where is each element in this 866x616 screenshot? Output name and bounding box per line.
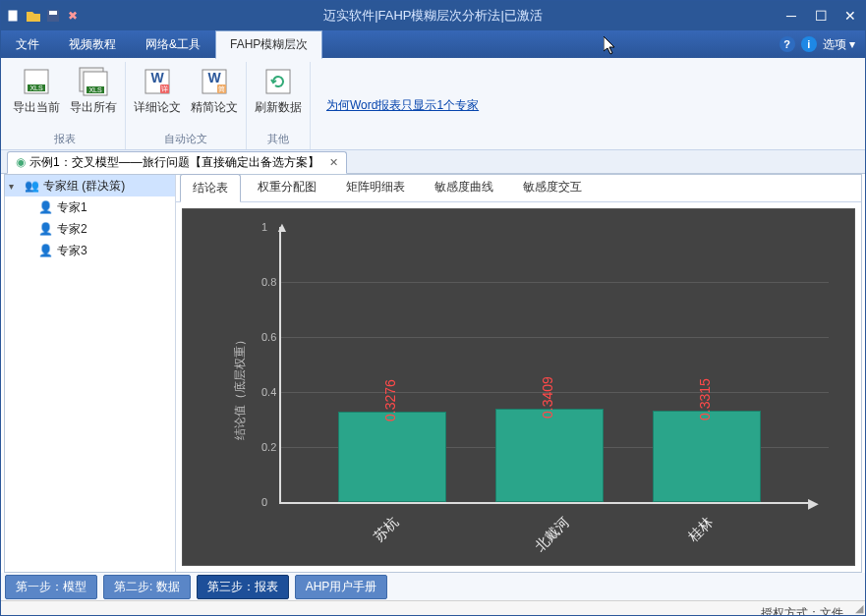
step-model[interactable]: 第一步：模型 [5, 575, 97, 599]
export-all-button[interactable]: XLS 导出所有 [68, 64, 119, 118]
tree-sidebar[interactable]: ▾ 👥 专家组 (群决策) 👤 专家1 👤 专家2 👤 专家3 [5, 175, 176, 572]
status-text: 授权方式：文件 [761, 605, 843, 616]
menubar: 文件 视频教程 网络&工具 FAHP模糊层次 ? i 选项 ▾ [1, 30, 865, 58]
tab-weight-distribution[interactable]: 权重分配图 [245, 173, 329, 201]
window-title: 迈实软件|FAHP模糊层次分析法|已激活 [323, 7, 543, 25]
tab-sensitivity-curve[interactable]: 敏感度曲线 [422, 173, 506, 201]
tab-conclusion-table[interactable]: 结论表 [180, 174, 241, 202]
menu-file[interactable]: 文件 [1, 30, 54, 58]
step-bar: 第一步：模型 第二步: 数据 第三步：报表 AHP用户手册 [1, 573, 865, 600]
refresh-data-button[interactable]: 刷新数据 [253, 64, 304, 118]
ribbon-group-paper: W详 详细论文 W简 精简论文 自动论文 [126, 62, 247, 149]
chart-ytick: 0.4 [261, 386, 276, 398]
svg-text:W: W [207, 70, 221, 85]
close-tab-icon[interactable]: ✕ [329, 156, 338, 169]
document-tab[interactable]: ◉ 示例1：交叉模型——旅行问题【直接确定出备选方案】 ✕ [7, 151, 347, 174]
svg-text:XLS: XLS [88, 86, 102, 93]
chart-bar [495, 409, 604, 502]
main-panel: 结论表 权重分配图 矩阵明细表 敏感度曲线 敏感度交互 结论值（底层权重） 00… [176, 175, 861, 572]
svg-text:W: W [150, 70, 164, 85]
chart-bar-value: 0.3315 [697, 378, 713, 420]
chart-bar-value: 0.3276 [382, 379, 398, 421]
tab-sensitivity-interactive[interactable]: 敏感度交互 [510, 173, 595, 201]
step-report[interactable]: 第三步：报表 [197, 575, 289, 599]
ribbon-group-other: 刷新数据 其他 [247, 62, 311, 149]
chart-tabs: 结论表 权重分配图 矩阵明细表 敏感度曲线 敏感度交互 [176, 175, 861, 202]
concise-paper-button[interactable]: W简 精简论文 [189, 64, 240, 118]
collapse-icon[interactable]: ▾ [9, 181, 21, 192]
document-tabbar: ◉ 示例1：交叉模型——旅行问题【直接确定出备选方案】 ✕ [1, 150, 865, 174]
help-icon[interactable]: ? [779, 36, 795, 52]
chart-ytick: 0.6 [261, 331, 276, 343]
options-dropdown[interactable]: 选项 ▾ [823, 36, 855, 53]
chart-ytick: 0.8 [261, 276, 276, 288]
chart-bar-value: 0.3409 [540, 376, 555, 419]
tab-matrix-detail[interactable]: 矩阵明细表 [333, 173, 418, 201]
chart-x-category: 桂林 [685, 514, 718, 546]
ribbon-help-link[interactable]: 为何Word报表只显示1个专家 [311, 62, 494, 149]
svg-rect-2 [49, 11, 57, 15]
export-current-button[interactable]: XLS 导出当前 [11, 64, 62, 118]
status-bar: 授权方式：文件 ◢ [1, 600, 865, 616]
cube-icon: ◉ [16, 155, 26, 169]
tree-root[interactable]: ▾ 👥 专家组 (群决策) [5, 175, 175, 196]
chart-ytick: 0 [261, 496, 267, 508]
detailed-paper-button[interactable]: W详 详细论文 [132, 64, 183, 118]
chart-area: 结论值（底层权重） 00.20.40.60.81▲▶0.3276苏杭0.3409… [182, 208, 855, 566]
menu-network-tools[interactable]: 网络&工具 [131, 30, 215, 58]
tree-child[interactable]: 👤 专家1 [5, 196, 175, 218]
ribbon-group-report: XLS 导出当前 XLS 导出所有 报表 [5, 62, 126, 149]
chart-x-category: 苏杭 [371, 514, 403, 546]
tools-icon[interactable]: ✖ [64, 7, 82, 25]
new-file-icon[interactable] [5, 7, 23, 25]
save-icon[interactable] [44, 7, 62, 25]
workarea: ▾ 👥 专家组 (群决策) 👤 专家1 👤 专家2 👤 专家3 结论表 权重分配… [4, 174, 862, 573]
step-manual[interactable]: AHP用户手册 [295, 575, 388, 599]
chart-ytick: 1 [261, 221, 267, 233]
xls-icon: XLS [21, 66, 52, 97]
maximize-button[interactable]: ☐ [806, 1, 836, 30]
chart-ytick: 0.2 [261, 441, 276, 453]
titlebar: ✖ 迈实软件|FAHP模糊层次分析法|已激活 ─ ☐ ✕ [1, 1, 865, 30]
word-concise-icon: W简 [199, 66, 230, 97]
minimize-button[interactable]: ─ [777, 1, 806, 30]
tree-child[interactable]: 👤 专家2 [5, 218, 175, 240]
person-icon: 👤 [38, 222, 53, 236]
svg-text:详: 详 [161, 85, 168, 92]
chart-bar [338, 412, 446, 502]
person-icon: 👤 [38, 200, 53, 214]
word-detailed-icon: W详 [142, 66, 173, 97]
svg-text:简: 简 [218, 85, 225, 92]
svg-rect-0 [8, 10, 18, 22]
svg-rect-18 [266, 70, 290, 93]
menu-fahp[interactable]: FAHP模糊层次 [215, 30, 322, 59]
tree-child[interactable]: 👤 专家3 [5, 240, 175, 261]
chart-bar [653, 411, 761, 502]
step-data[interactable]: 第二步: 数据 [103, 575, 191, 599]
refresh-icon [262, 66, 294, 97]
resize-grip-icon[interactable]: ◢ [855, 602, 863, 615]
open-folder-icon[interactable] [25, 7, 42, 25]
close-button[interactable]: ✕ [836, 1, 865, 30]
ribbon: XLS 导出当前 XLS 导出所有 报表 W详 详细论文 W简 精简论文 自动论… [1, 58, 865, 150]
group-icon: 👥 [25, 179, 39, 193]
svg-text:XLS: XLS [29, 84, 43, 91]
person-icon: 👤 [38, 244, 53, 257]
info-icon[interactable]: i [801, 36, 817, 52]
xls-all-icon: XLS [78, 66, 109, 97]
chart-x-category: 北戴河 [532, 514, 573, 555]
menu-video-tutorial[interactable]: 视频教程 [54, 30, 131, 58]
